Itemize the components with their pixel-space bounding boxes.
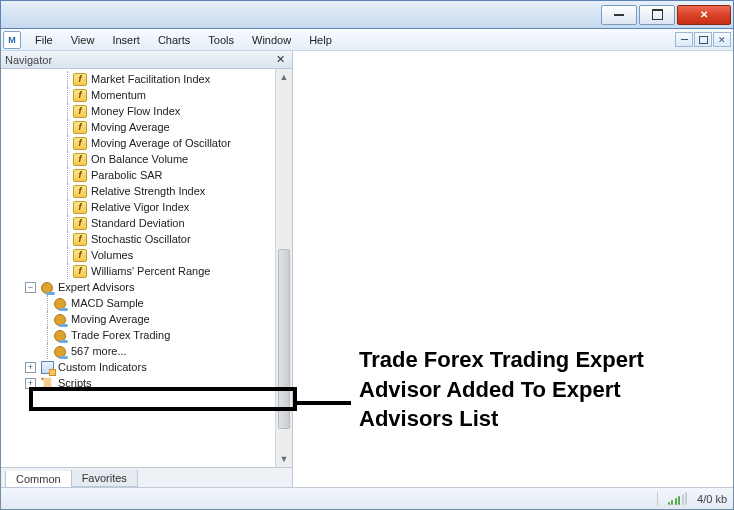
mdi-minimize-button[interactable] — [675, 32, 693, 47]
statusbar: 4/0 kb — [1, 487, 733, 509]
function-icon: f — [73, 249, 87, 262]
menu-view[interactable]: View — [63, 32, 103, 48]
tab-favorites[interactable]: Favorites — [71, 470, 138, 487]
mdi-restore-button[interactable] — [694, 32, 712, 47]
menubar: M File View Insert Charts Tools Window H… — [1, 29, 733, 51]
navigator-title-bar: Navigator ✕ — [1, 51, 292, 69]
function-icon: f — [73, 105, 87, 118]
tree-folder-custom-indicators[interactable]: Custom Indicators — [58, 361, 147, 373]
mdi-window-controls — [675, 32, 731, 47]
expand-toggle[interactable]: − — [25, 282, 36, 293]
function-icon: f — [73, 233, 87, 246]
tree-item[interactable]: Momentum — [91, 89, 146, 101]
mdi-close-button[interactable] — [713, 32, 731, 47]
navigator-close-button[interactable]: ✕ — [273, 53, 288, 66]
scroll-thumb[interactable] — [278, 249, 290, 429]
tree-item[interactable]: Parabolic SAR — [91, 169, 163, 181]
workarea: Navigator ✕ fMarket Facilitation Index f… — [1, 51, 733, 487]
menu-tools[interactable]: Tools — [200, 32, 242, 48]
menu-help[interactable]: Help — [301, 32, 340, 48]
tree-item-ea-more[interactable]: 567 more... — [71, 345, 127, 357]
tree-item[interactable]: Standard Deviation — [91, 217, 185, 229]
navigator-panel: Navigator ✕ fMarket Facilitation Index f… — [1, 51, 293, 487]
status-bandwidth: 4/0 kb — [697, 493, 727, 505]
navigator-title: Navigator — [5, 54, 52, 66]
expand-toggle[interactable]: + — [25, 378, 36, 389]
window-minimize-button[interactable] — [601, 5, 637, 25]
menu-window[interactable]: Window — [244, 32, 299, 48]
scroll-down-arrow[interactable]: ▼ — [276, 451, 292, 467]
window-close-button[interactable] — [677, 5, 731, 25]
tree-folder-scripts[interactable]: Scripts — [58, 377, 92, 389]
tree-item[interactable]: Volumes — [91, 249, 133, 261]
function-icon: f — [73, 201, 87, 214]
tree-item[interactable]: Relative Vigor Index — [91, 201, 189, 213]
menu-charts[interactable]: Charts — [150, 32, 198, 48]
menu-insert[interactable]: Insert — [104, 32, 148, 48]
expert-advisor-icon — [40, 281, 54, 294]
function-icon: f — [73, 153, 87, 166]
expert-advisor-icon — [53, 329, 67, 342]
app-icon: M — [3, 31, 21, 49]
function-icon: f — [73, 121, 87, 134]
function-icon: f — [73, 137, 87, 150]
tree-item[interactable]: Market Facilitation Index — [91, 73, 210, 85]
tree-item-ea-trade-forex-trading[interactable]: Trade Forex Trading — [71, 329, 170, 341]
tree-item-ea[interactable]: Moving Average — [71, 313, 150, 325]
expert-advisor-icon — [53, 297, 67, 310]
tree-item[interactable]: Stochastic Oscillator — [91, 233, 191, 245]
function-icon: f — [73, 73, 87, 86]
chart-area[interactable] — [293, 51, 733, 487]
tree-folder-expert-advisors[interactable]: Expert Advisors — [58, 281, 134, 293]
tree-item-ea[interactable]: MACD Sample — [71, 297, 144, 309]
tree-item[interactable]: On Balance Volume — [91, 153, 188, 165]
tab-common[interactable]: Common — [5, 471, 72, 488]
expert-advisor-icon — [53, 345, 67, 358]
window-caption-bar — [0, 0, 734, 29]
tree-item[interactable]: Moving Average of Oscillator — [91, 137, 231, 149]
expert-advisor-icon — [53, 313, 67, 326]
navigator-tree[interactable]: fMarket Facilitation Index fMomentum fMo… — [1, 69, 275, 467]
window-maximize-button[interactable] — [639, 5, 675, 25]
function-icon: f — [73, 217, 87, 230]
function-icon: f — [73, 185, 87, 198]
tree-item[interactable]: Money Flow Index — [91, 105, 180, 117]
scroll-up-arrow[interactable]: ▲ — [276, 69, 292, 85]
function-icon: f — [73, 169, 87, 182]
navigator-tabstrip: Common Favorites — [1, 467, 292, 487]
custom-indicator-icon — [40, 361, 54, 374]
function-icon: f — [73, 265, 87, 278]
menu-file[interactable]: File — [27, 32, 61, 48]
tree-item[interactable]: Moving Average — [91, 121, 170, 133]
function-icon: f — [73, 89, 87, 102]
scripts-icon — [40, 377, 54, 390]
tree-item[interactable]: Williams' Percent Range — [91, 265, 210, 277]
tree-item[interactable]: Relative Strength Index — [91, 185, 205, 197]
connection-signal-icon — [668, 493, 688, 505]
expand-toggle[interactable]: + — [25, 362, 36, 373]
navigator-scrollbar[interactable]: ▲ ▼ — [275, 69, 292, 467]
